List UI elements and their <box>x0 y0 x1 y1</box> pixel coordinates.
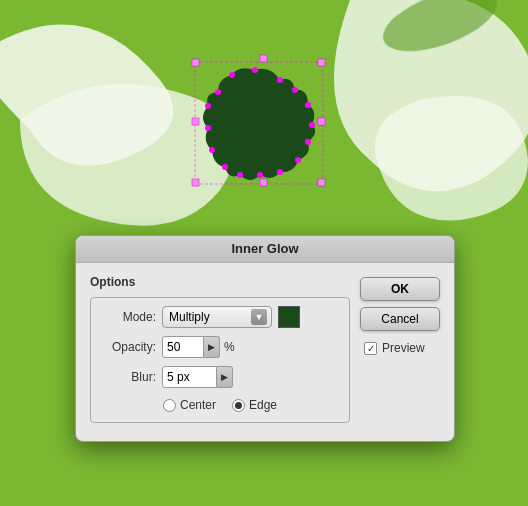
edge-radio-label: Edge <box>249 398 277 412</box>
svg-rect-22 <box>192 179 199 186</box>
svg-point-11 <box>209 147 215 153</box>
color-swatch[interactable] <box>278 306 300 328</box>
blur-input[interactable] <box>162 366 217 388</box>
svg-point-13 <box>205 103 211 109</box>
blur-input-wrap: ▶ <box>162 366 233 388</box>
opacity-input[interactable] <box>162 336 204 358</box>
preview-row: ✓ Preview <box>360 341 440 355</box>
edge-radio-circle <box>232 399 245 412</box>
edge-radio-option[interactable]: Edge <box>232 398 277 412</box>
svg-rect-24 <box>318 179 325 186</box>
svg-point-8 <box>257 172 263 178</box>
preview-label: Preview <box>382 341 425 355</box>
opacity-unit: % <box>224 340 235 354</box>
dialog-title: Inner Glow <box>231 241 298 256</box>
center-radio-circle <box>163 399 176 412</box>
ok-button[interactable]: OK <box>360 277 440 301</box>
svg-point-7 <box>277 169 283 175</box>
inner-glow-dialog: Inner Glow Options Mode: Multiply ▼ <box>75 235 455 442</box>
options-section: Options Mode: Multiply ▼ Opacity: <box>90 275 350 427</box>
blur-stepper[interactable]: ▶ <box>217 366 233 388</box>
mode-value: Multiply <box>169 310 210 324</box>
svg-rect-20 <box>192 118 199 125</box>
svg-point-15 <box>229 72 235 78</box>
blur-label: Blur: <box>101 370 156 384</box>
blur-row: Blur: ▶ <box>101 366 339 388</box>
svg-point-14 <box>215 89 221 95</box>
mode-label: Mode: <box>101 310 156 324</box>
mode-dropdown[interactable]: Multiply ▼ <box>162 306 272 328</box>
opacity-row: Opacity: ▶ % <box>101 336 339 358</box>
svg-point-10 <box>222 164 228 170</box>
opacity-stepper[interactable]: ▶ <box>204 336 220 358</box>
svg-rect-17 <box>192 59 199 66</box>
edge-radio-dot <box>235 402 242 409</box>
options-title: Options <box>90 275 350 289</box>
dialog-titlebar: Inner Glow <box>76 236 454 263</box>
svg-point-9 <box>237 172 243 178</box>
svg-point-1 <box>277 77 283 83</box>
opacity-input-wrap: ▶ <box>162 336 220 358</box>
svg-rect-19 <box>318 59 325 66</box>
svg-point-3 <box>305 102 311 108</box>
svg-point-2 <box>292 87 298 93</box>
svg-rect-23 <box>260 179 267 186</box>
svg-rect-18 <box>260 55 267 62</box>
source-radio-group: Center Edge <box>101 398 339 412</box>
dialog-body: Options Mode: Multiply ▼ Opacity: <box>76 263 454 441</box>
svg-point-4 <box>309 122 315 128</box>
buttons-section: OK Cancel ✓ Preview <box>360 275 440 427</box>
svg-rect-21 <box>318 118 325 125</box>
svg-point-6 <box>295 157 301 163</box>
svg-point-12 <box>205 125 211 131</box>
opacity-label: Opacity: <box>101 340 156 354</box>
cancel-button[interactable]: Cancel <box>360 307 440 331</box>
mode-row: Mode: Multiply ▼ <box>101 306 339 328</box>
dropdown-arrow-icon: ▼ <box>251 309 267 325</box>
svg-point-5 <box>305 139 311 145</box>
options-group: Mode: Multiply ▼ Opacity: ▶ % <box>90 297 350 423</box>
svg-point-0 <box>252 67 258 73</box>
preview-checkbox[interactable]: ✓ <box>364 342 377 355</box>
center-radio-label: Center <box>180 398 216 412</box>
center-radio-option[interactable]: Center <box>163 398 216 412</box>
